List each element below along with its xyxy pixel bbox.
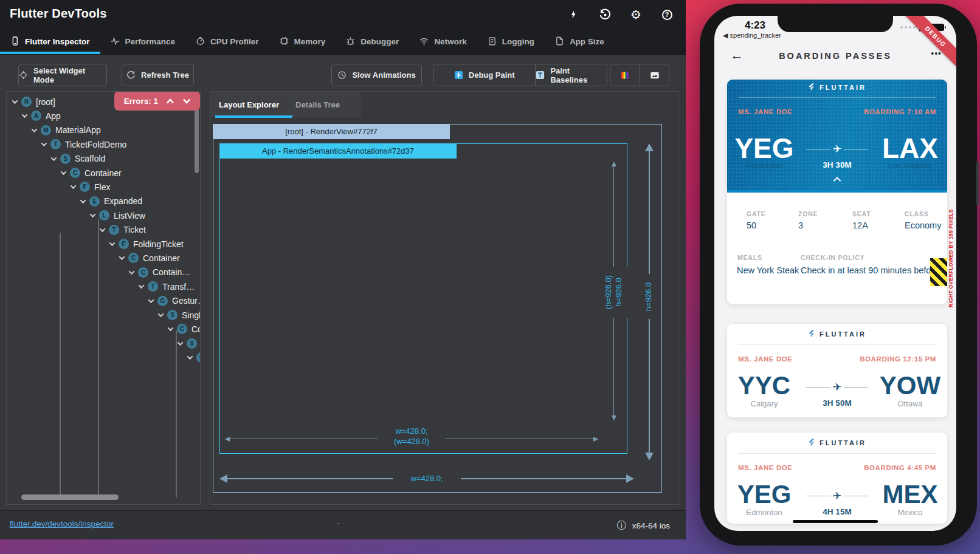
errors-badge[interactable]: Errors: 1 — [114, 91, 200, 111]
expand-chevron-icon[interactable] — [80, 197, 86, 203]
expand-chevron-icon[interactable] — [32, 126, 38, 132]
tree-row-clipped[interactable]: S — [7, 337, 197, 351]
expand-chevron-icon[interactable] — [139, 282, 145, 289]
tab-network[interactable]: Network — [409, 29, 477, 54]
tree-vertical-scrollbar[interactable] — [195, 109, 199, 173]
expand-chevron-icon[interactable] — [187, 354, 193, 360]
expand-chevron-icon[interactable] — [148, 297, 154, 303]
boarding-pass-yeg-mex[interactable]: FLUTTAIRMS. JANE DOEBOARDING 4:45 PMYEG✈… — [727, 433, 947, 524]
zone-label: ZONE — [798, 210, 818, 217]
tree-row-root[interactable]: R[root] — [7, 95, 55, 109]
tab-layout-explorer[interactable]: Layout Explorer — [219, 92, 279, 117]
tree-row-container[interactable]: CContainer — [7, 166, 122, 180]
tree-row-gestur[interactable]: GGestur… — [7, 294, 201, 308]
boarding-pass-yeg-lax[interactable]: FLUTTAIRMS. JANE DOEBOARDING 7:10 AMYEG✈… — [727, 80, 947, 304]
expand-chevron-icon[interactable] — [100, 226, 106, 232]
hot-reload-button[interactable] — [567, 8, 581, 21]
expand-chevron-icon[interactable] — [109, 240, 116, 246]
tab-debugger[interactable]: Debugger — [336, 29, 409, 54]
tab-app-size[interactable]: App Size — [545, 29, 615, 54]
widget-type-badge: R — [21, 97, 32, 107]
select-widget-mode-button[interactable]: Select Widget Mode — [18, 64, 107, 86]
expand-chevron-icon[interactable] — [12, 98, 18, 104]
widget-type-badge: T — [109, 225, 119, 235]
tree-row-scaffold[interactable]: SScaffold — [7, 152, 105, 166]
devtools-docs-link[interactable]: flutter.dev/devtools/inspector — [10, 519, 114, 528]
tree-row-singl[interactable]: SSingl — [7, 308, 201, 322]
phone-side-button — [976, 162, 979, 205]
refresh-icon — [126, 70, 136, 80]
widget-label: Gestur… — [172, 296, 201, 306]
widget-tree-panel: R[root]AAppMMaterialAppTTicketFoldDemoSS… — [6, 91, 201, 505]
tree-row-listview[interactable]: LListView — [7, 208, 145, 222]
expand-chevron-icon[interactable] — [90, 211, 96, 217]
settings-button[interactable]: ⚙ — [629, 8, 643, 21]
debug-banner-button[interactable] — [640, 64, 669, 86]
expand-chevron-icon[interactable] — [51, 155, 57, 161]
tree-horizontal-scrollbar[interactable] — [21, 494, 119, 500]
origin-city: Edmonton — [728, 508, 801, 517]
next-error-icon[interactable] — [182, 98, 191, 104]
boarding-pass-yyc-yow[interactable]: FLUTTAIRMS. JANE DOEBOARDING 12:15 PMYYC… — [727, 324, 947, 417]
widget-label: MaterialApp — [55, 125, 101, 135]
expand-chevron-icon[interactable] — [119, 255, 125, 261]
repaint-rainbow-button[interactable] — [610, 64, 640, 86]
slow-animations-button[interactable]: Slow Animations — [331, 64, 422, 86]
image-icon — [650, 70, 660, 80]
debug-paint-button[interactable]: Debug Paint — [433, 64, 535, 86]
widget-type-badge: F — [119, 239, 129, 249]
gate-value: 50 — [747, 221, 756, 230]
overflow-stripe — [930, 258, 947, 286]
boarding-time: BOARDING 7:10 AM — [864, 108, 936, 115]
refresh-tree-button[interactable]: Refresh Tree — [122, 64, 194, 86]
tree-row-expanded[interactable]: EExpanded — [7, 194, 142, 208]
tab-memory[interactable]: Memory — [269, 29, 336, 54]
tab-cpu-profiler[interactable]: CPU Profiler — [185, 29, 269, 54]
tree-row-ticketfolddemo[interactable]: TTicketFoldDemo — [7, 137, 126, 151]
expand-chevron-icon[interactable] — [178, 340, 184, 346]
tree-row-transf[interactable]: TTransf… — [7, 279, 195, 293]
tab-logging[interactable]: Logging — [477, 29, 545, 54]
widget-type-badge: C — [138, 267, 148, 278]
widget-label: FoldingTicket — [133, 239, 184, 249]
paint-baselines-icon — [536, 70, 545, 80]
phone-notch — [778, 16, 893, 32]
tree-row-clipped[interactable]: C — [7, 351, 201, 364]
tab-details-tree[interactable]: Details Tree — [295, 92, 340, 117]
status-time: 4:23 — [745, 19, 765, 32]
widget-label: [root] — [36, 97, 55, 107]
widget-label: TicketFoldDemo — [65, 140, 126, 149]
tree-row-materialapp[interactable]: MMaterialApp — [7, 123, 101, 137]
seat-value: 12A — [852, 221, 868, 230]
hot-restart-button[interactable] — [598, 8, 612, 21]
tree-row-app[interactable]: AApp — [7, 109, 61, 123]
tab-flutter-inspector[interactable]: Flutter Inspector — [0, 29, 100, 54]
home-indicator[interactable] — [793, 520, 878, 523]
collapse-chevron-icon[interactable] — [833, 177, 841, 185]
expand-chevron-icon[interactable] — [129, 268, 135, 275]
tab-performance[interactable]: Performance — [100, 29, 186, 54]
paint-baselines-button[interactable]: Paint Baselines — [535, 64, 607, 86]
tree-row-co[interactable]: CCo — [7, 322, 201, 336]
passenger-name: MS. JANE DOE — [738, 355, 793, 363]
rendersemantics-box-label[interactable]: App - RenderSemanticsAnnotations#72d37 — [219, 143, 457, 159]
expand-chevron-icon[interactable] — [61, 169, 67, 175]
seat-label: SEAT — [852, 210, 871, 217]
previous-error-icon[interactable] — [166, 98, 174, 104]
tree-row-foldingticket[interactable]: FFoldingTicket — [7, 237, 184, 251]
tree-row-ticket[interactable]: TTicket — [7, 223, 146, 237]
expand-chevron-icon[interactable] — [158, 311, 164, 317]
renderview-box-label[interactable]: [root] - RenderView#772f7 — [213, 124, 450, 139]
tree-row-contain[interactable]: CContain… — [7, 265, 190, 279]
help-button[interactable]: ? — [660, 8, 674, 21]
widget-type-badge: C — [196, 352, 201, 363]
expand-chevron-icon[interactable] — [168, 326, 174, 332]
status-return-app[interactable]: ◀ spending_tracker — [723, 32, 781, 39]
tree-row-flex[interactable]: FFlex — [7, 180, 110, 194]
expand-chevron-icon[interactable] — [41, 140, 47, 146]
tree-row-container[interactable]: CContainer — [7, 251, 180, 265]
rendersemantics-box[interactable] — [219, 143, 627, 454]
expand-chevron-icon[interactable] — [22, 112, 28, 118]
widget-label: Scaffold — [75, 154, 105, 163]
expand-chevron-icon[interactable] — [71, 183, 77, 190]
